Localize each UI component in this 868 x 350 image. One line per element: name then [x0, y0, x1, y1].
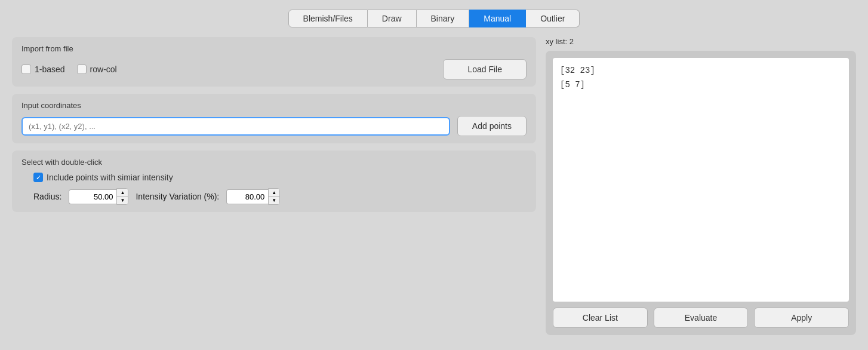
- radius-label: Radius:: [33, 192, 61, 201]
- xy-list-buttons: Clear List Evaluate Apply: [553, 308, 849, 328]
- select-section-label: Select with double-click: [21, 158, 527, 167]
- right-panel: xy list: 2 [32 23] [5 7] Clear List Eval…: [546, 37, 856, 335]
- checkbox-rowcol[interactable]: row-col: [77, 65, 117, 74]
- double-click-section: Include points with simiar intensity Rad…: [21, 173, 527, 205]
- radius-row: Radius: ▲ ▼ Intensity Variation (%):: [21, 188, 527, 205]
- checkbox-1based[interactable]: 1-based: [21, 65, 65, 74]
- intensity-up-button[interactable]: ▲: [269, 189, 279, 197]
- import-section-label: Import from file: [21, 44, 527, 53]
- intensity-label: Intensity Variation (%):: [136, 192, 219, 201]
- input-row: Add points: [21, 116, 527, 136]
- select-section: Select with double-click Include points …: [12, 151, 536, 212]
- load-file-button[interactable]: Load File: [443, 59, 527, 79]
- list-item: [32 23]: [560, 64, 842, 78]
- intensity-down-button[interactable]: ▼: [269, 197, 279, 204]
- apply-button[interactable]: Apply: [754, 308, 849, 328]
- input-coordinates-section: Input coordinates Add points: [12, 94, 536, 143]
- evaluate-button[interactable]: Evaluate: [654, 308, 749, 328]
- tab-manual[interactable]: Manual: [469, 10, 526, 27]
- left-panel: Import from file 1-based row-col Load Fi…: [12, 37, 536, 335]
- intensity-input[interactable]: [226, 189, 268, 204]
- coordinates-input[interactable]: [21, 117, 450, 136]
- include-checkbox-box: [33, 173, 43, 182]
- radius-spinner-buttons: ▲ ▼: [116, 188, 128, 205]
- intensity-spinner: ▲ ▼: [226, 188, 280, 205]
- checkbox-rowcol-box: [77, 65, 87, 74]
- intensity-spinner-buttons: ▲ ▼: [268, 188, 280, 205]
- input-coordinates-label: Input coordinates: [21, 101, 527, 110]
- xy-list-label: xy list: 2: [546, 37, 856, 46]
- checkbox-rowcol-label: row-col: [90, 65, 117, 74]
- xy-list-box: [32 23] [5 7] Clear List Evaluate Apply: [546, 51, 856, 335]
- add-points-button[interactable]: Add points: [457, 116, 527, 136]
- include-checkbox[interactable]: Include points with simiar intensity: [33, 173, 173, 182]
- import-section: Import from file 1-based row-col Load Fi…: [12, 37, 536, 87]
- content-area: Import from file 1-based row-col Load Fi…: [12, 37, 856, 335]
- radius-down-button[interactable]: ▼: [117, 197, 128, 204]
- checkbox-1based-box: [21, 65, 31, 74]
- tab-draw[interactable]: Draw: [368, 10, 417, 27]
- tab-bar: Blemish/Files Draw Binary Manual Outlier: [12, 10, 856, 27]
- list-item: [5 7]: [560, 78, 842, 93]
- include-checkbox-label: Include points with simiar intensity: [47, 173, 173, 182]
- tab-binary[interactable]: Binary: [417, 10, 470, 27]
- checkbox-1based-label: 1-based: [35, 65, 65, 74]
- import-section-content: 1-based row-col Load File: [21, 59, 527, 79]
- include-row: Include points with simiar intensity: [21, 173, 527, 182]
- tab-blemish-files[interactable]: Blemish/Files: [288, 10, 368, 27]
- radius-up-button[interactable]: ▲: [117, 189, 128, 197]
- clear-list-button[interactable]: Clear List: [553, 308, 648, 328]
- radius-spinner: ▲ ▼: [69, 188, 128, 205]
- radius-input[interactable]: [69, 189, 116, 204]
- tab-outlier[interactable]: Outlier: [526, 10, 580, 27]
- main-container: Blemish/Files Draw Binary Manual Outlier…: [0, 0, 868, 350]
- xy-list-content: [32 23] [5 7]: [553, 58, 849, 302]
